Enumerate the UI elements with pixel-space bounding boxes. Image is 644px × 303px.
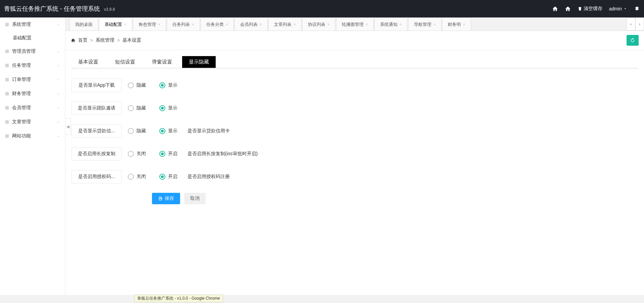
tab-label: 导航管理	[414, 21, 431, 28]
user-menu[interactable]: admin	[609, 6, 627, 11]
radio-b[interactable]: 开启	[159, 174, 177, 180]
radio-label: 开启	[168, 174, 177, 180]
cancel-label: 取消	[190, 196, 200, 202]
save-button[interactable]: 保存	[152, 193, 180, 204]
form-label: 是否显示App下载	[71, 79, 122, 92]
tab-4[interactable]: 任务分类×	[201, 18, 234, 31]
tab-2[interactable]: 角色管理×	[133, 18, 166, 31]
close-icon[interactable]: ×	[293, 22, 296, 27]
tabs-prev-button[interactable]: ‹	[627, 17, 635, 31]
tabs-row: 我的桌面基础配置×角色管理×任务列表×任务分类×会员列表×文章列表×协议列表×轮…	[65, 17, 644, 31]
radio-circle-icon	[159, 151, 165, 157]
radio-label: 显示	[168, 128, 177, 134]
tab-label: 会员列表	[240, 21, 258, 28]
radio-label: 隐藏	[137, 105, 146, 111]
row-note: 是否显示贷款信用卡	[187, 128, 230, 134]
close-icon[interactable]: ×	[192, 22, 194, 27]
tab-11[interactable]: 财务明×	[442, 18, 471, 31]
menu-icon	[5, 63, 9, 68]
sidebar-item-3[interactable]: 订单管理	[0, 73, 65, 87]
radio-label: 隐藏	[137, 82, 146, 88]
sidebar-item-2[interactable]: 任务管理	[0, 58, 65, 73]
sidebar-item-0[interactable]: 系统管理	[0, 17, 65, 32]
close-icon[interactable]: ×	[433, 22, 436, 27]
menu-icon	[5, 77, 9, 82]
sub-tab-3[interactable]: 显示隐藏	[182, 56, 216, 68]
breadcrumb-1[interactable]: 系统管理	[96, 37, 114, 43]
radio-b[interactable]: 显示	[159, 128, 177, 134]
svg-rect-7	[5, 134, 9, 138]
tab-10[interactable]: 导航管理×	[408, 18, 441, 31]
tab-6[interactable]: 文章列表×	[268, 18, 302, 31]
tab-8[interactable]: 轮播图管理×	[336, 18, 374, 31]
svg-rect-5	[5, 106, 9, 110]
sub-tab-1[interactable]: 短信设置	[108, 56, 142, 68]
close-icon[interactable]: ×	[327, 22, 330, 27]
tabs-next-button[interactable]: ›	[635, 17, 644, 31]
sub-tab-0[interactable]: 基本设置	[71, 56, 105, 68]
tab-9[interactable]: 系统通知×	[374, 18, 408, 31]
close-icon[interactable]: ×	[226, 22, 228, 27]
sidebar-item-label: 任务管理	[12, 62, 31, 69]
save-label: 保存	[165, 196, 174, 202]
app-title: 青狐云任务推广系统 - 任务管理系统	[4, 5, 100, 13]
theme-icon[interactable]	[634, 6, 640, 12]
radio-circle-icon	[128, 151, 134, 157]
tab-0[interactable]: 我的桌面	[69, 18, 98, 31]
chevron-down-icon	[56, 78, 60, 82]
form-label: 是否显示贷款信...	[71, 124, 122, 138]
breadcrumb-2: 基本设置	[122, 37, 141, 43]
svg-rect-2	[5, 64, 9, 68]
sidebar-item-1[interactable]: 管理员管理	[0, 44, 65, 58]
radio-b[interactable]: 开启	[159, 151, 177, 157]
close-icon[interactable]: ×	[158, 22, 160, 27]
home-alt-icon[interactable]	[565, 6, 571, 12]
cancel-button[interactable]: 取消	[184, 193, 206, 204]
breadcrumb: 首页 > 系统管理 > 基本设置	[71, 37, 141, 43]
menu-icon	[5, 22, 9, 27]
radio-b[interactable]: 显示	[159, 82, 177, 88]
sidebar-item-5[interactable]: 会员管理	[0, 101, 65, 115]
radio-label: 显示	[168, 82, 177, 88]
radio-a[interactable]: 隐藏	[128, 128, 146, 134]
tab-3[interactable]: 任务列表×	[167, 18, 200, 31]
radio-a[interactable]: 关闭	[128, 151, 146, 157]
menu-icon	[5, 49, 9, 54]
home-icon[interactable]	[552, 6, 558, 12]
sidebar-toggle[interactable]: ◀	[65, 118, 71, 135]
close-icon[interactable]: ×	[366, 22, 368, 27]
clear-cache-button[interactable]: 清空缓存	[578, 6, 602, 12]
chevron-up-icon	[56, 23, 60, 27]
sidebar-item-6[interactable]: 文章管理	[0, 115, 65, 129]
close-icon[interactable]: ×	[399, 22, 402, 27]
breadcrumb-home[interactable]: 首页	[78, 37, 88, 43]
radio-circle-icon	[159, 82, 165, 88]
svg-rect-1	[5, 50, 9, 53]
radio-a[interactable]: 关闭	[128, 174, 146, 180]
browser-tooltip: 青狐云任务推广系统 - v1.0.0 - Google Chrome	[134, 295, 223, 295]
menu-icon	[5, 134, 9, 138]
svg-rect-0	[5, 23, 9, 27]
close-icon[interactable]: ×	[260, 22, 262, 27]
sub-tab-2[interactable]: 弹窗设置	[145, 56, 179, 68]
sidebar-subitem-0-0[interactable]: 基础配置	[0, 32, 65, 44]
radio-label: 显示	[168, 105, 177, 111]
sidebar-item-7[interactable]: 网站功能	[0, 129, 65, 143]
tab-7[interactable]: 协议列表×	[302, 18, 335, 31]
close-icon[interactable]: ×	[463, 22, 465, 27]
form-label: 是否显示团队邀请	[71, 101, 122, 115]
tab-5[interactable]: 会员列表×	[234, 18, 268, 31]
chevron-down-icon	[56, 92, 60, 96]
radio-a[interactable]: 隐藏	[128, 82, 146, 88]
radio-b[interactable]: 显示	[159, 105, 177, 111]
sidebar-item-label: 网站功能	[12, 133, 31, 139]
refresh-button[interactable]	[627, 35, 639, 46]
svg-rect-3	[5, 78, 9, 82]
radio-a[interactable]: 隐藏	[128, 105, 146, 111]
tab-1[interactable]: 基础配置×	[99, 18, 132, 31]
form-row-0: 是否显示App下载隐藏显示	[71, 79, 638, 92]
radio-label: 关闭	[137, 174, 146, 180]
tab-label: 文章列表	[274, 21, 291, 28]
close-icon[interactable]: ×	[124, 22, 126, 27]
sidebar-item-4[interactable]: 财务管理	[0, 87, 65, 101]
